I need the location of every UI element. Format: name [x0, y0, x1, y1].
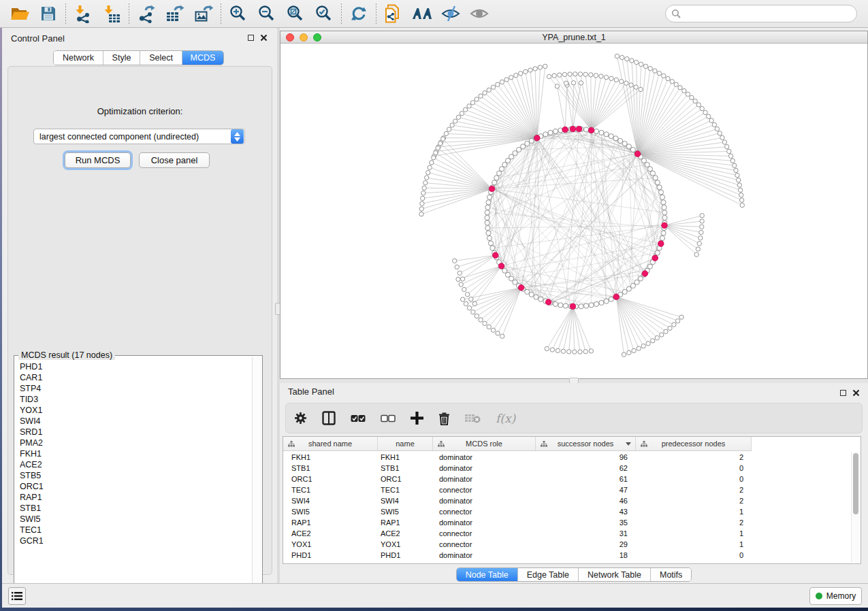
close-panel-button[interactable]: Close panel [139, 152, 210, 168]
table-row[interactable]: TEC1 TEC1 connector 47 2 [283, 484, 861, 495]
list-item[interactable]: FKH1 [20, 448, 251, 459]
zoom-selected-icon[interactable] [310, 2, 338, 25]
add-icon[interactable] [411, 412, 423, 425]
tab-mcds[interactable]: MCDS [182, 51, 223, 65]
network-canvas[interactable] [280, 44, 867, 378]
tab-network-table[interactable]: Network Table [579, 568, 651, 581]
list-item[interactable]: STB1 [20, 503, 251, 514]
tab-style[interactable]: Style [103, 51, 140, 65]
toolbar-separator [376, 3, 376, 24]
column-type-icon [641, 441, 647, 447]
float-panel-icon[interactable] [248, 35, 254, 41]
refresh-icon[interactable] [344, 2, 373, 25]
table-row[interactable]: FKH1 FKH1 dominator 96 2 [283, 452, 861, 463]
main-toolbar [0, 0, 868, 28]
memory-button[interactable]: Memory [809, 587, 862, 605]
table-scrollbar[interactable] [851, 452, 860, 563]
node-table: shared name name MCDS role successor nod… [283, 436, 861, 564]
table-row[interactable]: ORC1 ORC1 dominator 61 0 [283, 474, 861, 484]
column-header-predecessor-nodes[interactable]: predecessor nodes [636, 437, 752, 450]
close-panel-icon[interactable] [852, 389, 860, 397]
table-toolbar: f(x) [285, 403, 863, 433]
open-session-icon[interactable] [5, 2, 34, 25]
table-row[interactable]: SWI4 SWI4 dominator 46 2 [283, 495, 861, 506]
table-options-gear-icon[interactable] [294, 412, 307, 425]
hide-selected-icon[interactable] [436, 2, 465, 25]
list-item[interactable]: YOX1 [20, 405, 251, 416]
optimization-label: Optimization criterion: [8, 106, 272, 116]
table-row[interactable]: PHD1 PHD1 dominator 18 0 [283, 550, 861, 561]
deselect-all-icon[interactable] [381, 414, 396, 423]
scrollbar-thumb[interactable] [853, 453, 858, 514]
list-item[interactable]: PHD1 [20, 361, 251, 372]
network-titlebar: YPA_prune.txt_1 [280, 31, 867, 44]
toolbar-separator [341, 3, 342, 24]
export-network-icon[interactable] [132, 2, 161, 25]
memory-status-icon [816, 593, 822, 599]
close-panel-icon[interactable] [260, 34, 268, 42]
column-header-name[interactable]: name [378, 437, 433, 450]
show-all-icon[interactable] [465, 2, 494, 25]
table-tabs: Node Table Edge Table Network Table Moti… [280, 567, 868, 582]
export-table-icon[interactable] [161, 2, 189, 25]
mcds-scrollbar[interactable] [252, 357, 261, 606]
table-row[interactable]: RAP1 RAP1 dominator 35 2 [283, 517, 861, 528]
table-row[interactable]: SWI5 SWI5 connector 43 1 [283, 506, 861, 517]
column-header-successor-nodes[interactable]: successor nodes [536, 437, 636, 450]
zoom-in-icon[interactable] [224, 2, 253, 25]
zoom-out-icon[interactable] [253, 2, 281, 25]
control-panel-title: Control Panel [11, 33, 65, 44]
first-neighbors-icon[interactable] [408, 2, 436, 25]
table-panel: Table Panel f(x) shared name [280, 383, 868, 583]
list-item[interactable]: PMA2 [20, 437, 251, 448]
float-panel-icon[interactable] [840, 390, 846, 396]
list-item[interactable]: STP4 [20, 383, 251, 394]
list-item[interactable]: STB5 [20, 470, 251, 481]
run-mcds-button[interactable]: Run MCDS [65, 152, 131, 168]
list-item[interactable]: TEC1 [20, 525, 251, 535]
search-input[interactable] [665, 5, 857, 22]
list-item[interactable]: GCR1 [20, 535, 251, 546]
tab-network[interactable]: Network [54, 51, 103, 65]
sort-chevron-icon [626, 442, 631, 446]
toolbar-separator [129, 3, 129, 24]
list-item[interactable]: RAP1 [20, 492, 251, 503]
table-row[interactable]: STB1 STB1 dominator 62 0 [283, 463, 861, 474]
status-bar: Memory [2, 583, 868, 608]
delete-table-icon[interactable] [465, 413, 481, 423]
tab-motifs[interactable]: Motifs [651, 568, 691, 581]
list-item[interactable]: CAR1 [20, 372, 251, 383]
select-all-icon[interactable] [351, 414, 366, 423]
new-network-from-selection-icon[interactable] [379, 2, 408, 25]
delete-icon[interactable] [438, 412, 450, 425]
export-image-icon[interactable] [189, 2, 218, 25]
tab-edge-table[interactable]: Edge Table [518, 568, 579, 581]
table-row[interactable]: ACE2 ACE2 connector 31 1 [283, 528, 861, 539]
column-type-icon [288, 441, 295, 447]
column-header-mcds-role[interactable]: MCDS role [433, 437, 536, 450]
list-item[interactable]: SWI4 [20, 416, 251, 427]
list-item[interactable]: ACE2 [20, 459, 251, 470]
list-item[interactable]: SWI5 [20, 514, 251, 525]
list-item[interactable]: SRD1 [20, 427, 251, 437]
zoom-fit-icon[interactable] [281, 2, 310, 25]
column-header-shared-name[interactable]: shared name [283, 437, 378, 450]
network-window: YPA_prune.txt_1 [280, 31, 868, 379]
select-stepper-icon [231, 129, 244, 144]
optimization-select[interactable]: largest connected component (undirected) [33, 129, 245, 144]
search-icon [671, 9, 681, 19]
import-network-icon[interactable] [69, 2, 97, 25]
list-item[interactable]: ORC1 [20, 481, 251, 492]
list-item[interactable]: TID3 [20, 394, 251, 405]
function-builder-icon[interactable]: f(x) [496, 412, 515, 425]
import-table-icon[interactable] [97, 2, 126, 25]
table-row[interactable]: YOX1 YOX1 connector 29 1 [283, 539, 861, 550]
tab-node-table[interactable]: Node Table [457, 568, 518, 581]
mcds-result-box: MCDS result (17 nodes) PHD1CAR1STP4TID3Y… [14, 355, 263, 608]
table-panel-title: Table Panel [288, 386, 334, 397]
tab-select[interactable]: Select [140, 51, 182, 65]
save-session-icon[interactable] [34, 2, 63, 25]
task-history-button[interactable] [8, 587, 26, 605]
show-columns-icon[interactable] [322, 411, 336, 425]
control-panel: Control Panel Network Style Select MCDS … [2, 28, 277, 583]
